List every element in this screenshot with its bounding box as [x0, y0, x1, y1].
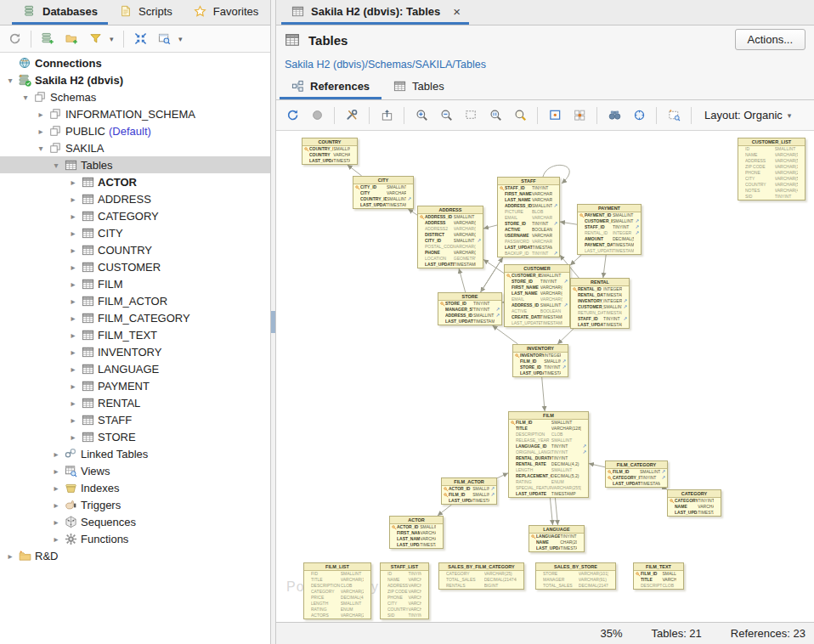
tree-item-actor[interactable]: ▸ACTOR	[0, 173, 270, 190]
close-icon[interactable]: ×	[453, 4, 461, 19]
tree-item-film-actor[interactable]: ▸FILM_ACTOR	[0, 292, 270, 309]
collapse-all-icon[interactable]	[131, 30, 150, 48]
tree-item-tables[interactable]: ▾Tables	[0, 156, 270, 173]
expander-icon[interactable]: ▸	[66, 415, 80, 425]
tree-item-store[interactable]: ▸STORE	[0, 428, 270, 445]
entity-film[interactable]: FILMFILM_IDSMALLINTTITLEVARCHAR(128)DESC…	[508, 411, 589, 498]
expander-icon[interactable]: ▸	[66, 280, 80, 289]
expander-icon[interactable]: ▸	[49, 517, 63, 527]
expander-icon[interactable]: ▸	[66, 246, 80, 255]
tree-item-film-text[interactable]: ▸FILM_TEXT	[0, 326, 270, 343]
zoom-actual-icon[interactable]	[486, 106, 505, 125]
entity-payment[interactable]: PAYMENTPAYMENT_IDSMALLINTCUSTOMER_IDSMAL…	[577, 204, 642, 255]
binoculars-icon[interactable]	[605, 106, 624, 125]
entity-actor[interactable]: ACTORACTOR_IDSMALLINTFIRST_NAMEVARCHAR(4…	[389, 516, 444, 549]
tree-item-sakila-h2-dbvis-[interactable]: ▾Sakila H2 (dbvis)	[0, 71, 270, 88]
entity-sales_by_store[interactable]: SALES_BY_STORESTOREVARCHAR(101)MANAGERVA…	[535, 562, 616, 590]
entity-sales_by_film_category[interactable]: SALES_BY_FILM_CATEGORYCATEGORYVARCHAR(25…	[438, 562, 524, 590]
entity-customer_list[interactable]: CUSTOMER_LISTIDSMALLINTNAMEVARCHAR(91)AD…	[738, 138, 806, 201]
expander-icon[interactable]: ▸	[66, 364, 80, 374]
references-diagram-canvas[interactable]: Powered by yFiles COUNTRYCOUNTRY_IDSMALL…	[283, 131, 814, 622]
expander-icon[interactable]: ▸	[66, 330, 80, 340]
tab-scripts[interactable]: Scripts	[108, 0, 183, 25]
expander-icon[interactable]: ▾	[19, 93, 32, 102]
tree-item-country[interactable]: ▸COUNTRY	[0, 241, 270, 258]
expander-icon[interactable]: ▸	[49, 449, 63, 459]
entity-film_category[interactable]: FILM_CATEGORYFILM_IDSMALLINT↗CATEGORY_ID…	[605, 460, 668, 488]
entity-address[interactable]: ADDRESSADDRESS_IDSMALLINTADDRESSVARCHAR(…	[417, 206, 483, 268]
entity-staff_list[interactable]: STAFF_LISTIDTINYINTNAMEVARCHAR(91)ADDRES…	[380, 562, 429, 619]
tree-item-language[interactable]: ▸LANGUAGE	[0, 360, 270, 377]
expander-icon[interactable]: ▸	[66, 297, 80, 306]
entity-country[interactable]: COUNTRYCOUNTRY_IDSMALLINTCOUNTRYVARCHAR(…	[302, 138, 358, 165]
tree-item-staff[interactable]: ▸STAFF	[0, 411, 270, 428]
locate-icon[interactable]	[155, 30, 173, 48]
export-icon[interactable]	[377, 106, 396, 125]
tree-item-customer[interactable]: ▸CUSTOMER	[0, 258, 270, 275]
zoom-in-icon[interactable]	[412, 106, 431, 125]
tree-item-schemas[interactable]: ▾Schemas	[0, 88, 270, 105]
expander-icon[interactable]: ▸	[66, 229, 80, 238]
entity-staff[interactable]: STAFFSTAFF_IDTINYINTFIRST_NAMEVARCHAR(45…	[497, 177, 560, 257]
expander-icon[interactable]: ▾	[34, 144, 48, 153]
tree-item-city[interactable]: ▸CITY	[0, 224, 270, 241]
zoom-out-icon[interactable]	[437, 106, 455, 125]
expander-icon[interactable]: ▸	[49, 466, 63, 476]
refresh-icon[interactable]	[5, 30, 24, 48]
tree-item-r-d[interactable]: ▸R&D	[0, 547, 270, 564]
tree-item-information-schema[interactable]: ▸INFORMATION_SCHEMA	[0, 105, 270, 122]
entity-film_text[interactable]: FILM_TEXTFILM_IDSMALLINTTITLEVARCHAR(255…	[633, 562, 684, 590]
breadcrumb-link[interactable]: Sakila H2 (dbvis)/Schemas/SAKILA/Tables	[285, 59, 486, 71]
expander-icon[interactable]: ▾	[3, 76, 17, 85]
expander-icon[interactable]: ▸	[34, 110, 48, 119]
fit-content-icon[interactable]	[545, 106, 564, 125]
expander-icon[interactable]: ▾	[49, 161, 63, 170]
entity-store[interactable]: STORESTORE_IDTINYINTMANAGER_STAFF_IDTINY…	[438, 292, 502, 325]
tab-databases[interactable]: Databases	[12, 0, 108, 25]
expander-icon[interactable]: ▸	[66, 263, 80, 272]
tree-item-triggers[interactable]: ▸Triggers	[0, 496, 270, 513]
tree-item-rental[interactable]: ▸RENTAL	[0, 394, 270, 411]
filter-icon[interactable]	[86, 30, 105, 48]
tab-tables[interactable]: Tables	[382, 75, 456, 99]
expander-icon[interactable]: ▸	[66, 432, 80, 442]
tree-item-sakila[interactable]: ▾SAKILA	[0, 139, 270, 156]
grid-layout-icon[interactable]	[570, 106, 589, 125]
dropdown-caret-icon[interactable]: ▾	[178, 35, 185, 43]
expander-icon[interactable]: ▸	[66, 212, 80, 221]
expander-icon[interactable]: ▸	[66, 195, 80, 204]
pane-splitter[interactable]	[270, 0, 276, 644]
expander-icon[interactable]: ▸	[66, 178, 80, 187]
refresh-blue-icon[interactable]	[283, 106, 302, 125]
entity-customer[interactable]: CUSTOMERCUSTOMER_IDSMALLINTSTORE_IDTINYI…	[504, 264, 570, 327]
tree-item-connections[interactable]: Connections	[0, 54, 270, 71]
actions-button[interactable]: Actions...	[735, 29, 806, 50]
tab-references[interactable]: References	[280, 75, 382, 99]
splitter-grip[interactable]	[271, 311, 275, 333]
expander-icon[interactable]: ▸	[49, 534, 63, 544]
object-tab-sakila-tables[interactable]: Sakila H2 (dbvis): Tables ×	[281, 0, 469, 25]
tree-item-category[interactable]: ▸CATEGORY	[0, 207, 270, 224]
expander-icon[interactable]: ▸	[49, 483, 63, 493]
expander-icon[interactable]: ▸	[66, 314, 80, 323]
tree-item-film-category[interactable]: ▸FILM_CATEGORY	[0, 309, 270, 326]
expander-icon[interactable]: ▸	[66, 381, 80, 391]
expander-icon[interactable]: ▸	[66, 398, 80, 408]
layout-selector[interactable]: Layout: Organic▾	[704, 109, 794, 121]
tree-item-linked-tables[interactable]: ▸Linked Tables	[0, 445, 270, 462]
new-connection-icon[interactable]	[38, 30, 57, 48]
entity-category[interactable]: CATEGORYCATEGORY_IDTINYINTNAMEVARCHAR(25…	[667, 489, 721, 517]
stop-icon[interactable]	[308, 106, 326, 125]
tree-item-functions[interactable]: ▸Functions	[0, 530, 270, 547]
marquee-zoom-icon[interactable]	[461, 106, 480, 125]
expander-icon[interactable]: ▸	[66, 347, 80, 357]
entity-language[interactable]: LANGUAGELANGUAGE_IDTINYINTNAMECHAR(20)LA…	[529, 525, 585, 552]
new-window-icon[interactable]	[664, 106, 683, 125]
overview-icon[interactable]	[630, 106, 648, 125]
entity-film_list[interactable]: FILM_LISTFIDSMALLINTTITLEVARCHAR(128)DES…	[303, 562, 371, 619]
expander-icon[interactable]: ▸	[3, 551, 17, 561]
entity-rental[interactable]: RENTALRENTAL_IDINTEGERRENTAL_DATETIMESTA…	[570, 278, 630, 329]
tree-item-inventory[interactable]: ▸INVENTORY	[0, 343, 270, 360]
expander-icon[interactable]: ▸	[49, 500, 63, 510]
tools-icon[interactable]	[342, 106, 361, 125]
